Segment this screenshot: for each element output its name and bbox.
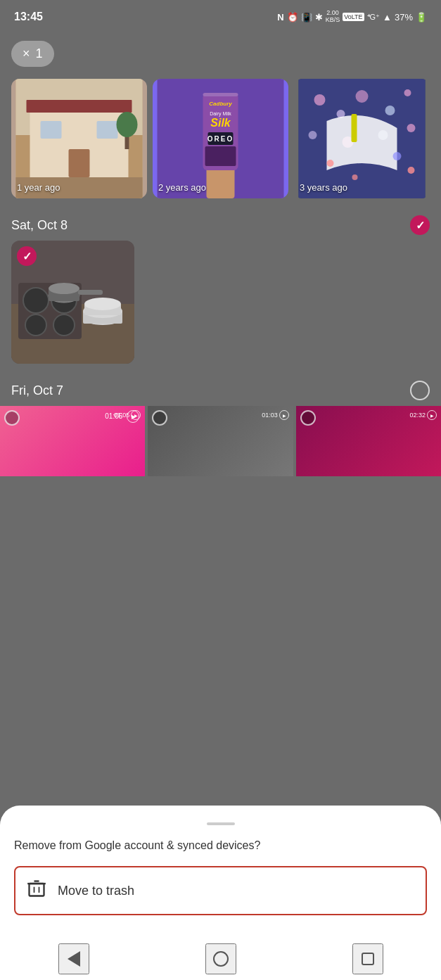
status-time: 13:45 [14, 11, 43, 23]
svg-point-47 [49, 283, 79, 294]
svg-point-43 [25, 314, 46, 336]
video-thumb-3[interactable]: 02:32 ▶ [296, 406, 441, 476]
video-1-select[interactable] [4, 410, 20, 426]
svg-rect-21 [205, 146, 236, 166]
sat-oct8-date: Sat, Oct 8 [11, 218, 68, 233]
video-row: 01:05 01:05 ▶ 01:03 ▶ 02:32 ▶ [0, 406, 441, 476]
close-selection-button[interactable]: × 1 [11, 41, 54, 67]
fri-oct7-header: Fri, Oct 7 [0, 369, 441, 406]
dialog-handle [14, 822, 427, 825]
svg-point-44 [53, 314, 75, 336]
vibrate-icon: 📳 [301, 12, 312, 23]
data-speed: 2.00KB/S [326, 10, 340, 24]
confirm-dialog: Remove from Google account & synced devi… [0, 806, 441, 938]
move-to-trash-button[interactable]: Move to trash [14, 866, 427, 915]
fri-oct7-select[interactable] [410, 381, 430, 400]
svg-point-9 [117, 112, 138, 137]
selection-count: 1 [36, 46, 43, 61]
close-icon: × [23, 46, 30, 61]
back-icon [68, 951, 80, 967]
trash-icon [27, 879, 46, 903]
memory-label-3: 3 years ago [300, 182, 347, 193]
alarm-icon: ⏰ [287, 12, 298, 23]
notification-icon: N [277, 12, 283, 23]
memory-photo-1[interactable]: 1 year ago [11, 79, 147, 198]
status-bar: 13:45 N ⏰ 📳 ✱ 2.00KB/S VoLTE ⁴G⁺ ▲ 37% 🔋 [0, 0, 441, 34]
memory-photo-3[interactable]: 3 years ago [294, 79, 430, 198]
svg-point-52 [84, 298, 121, 310]
svg-text:Silk: Silk [210, 117, 231, 129]
svg-text:OREO: OREO [207, 135, 234, 143]
svg-point-41 [23, 288, 49, 313]
network-icon: ⁴G⁺ [367, 13, 381, 22]
svg-point-37 [408, 167, 415, 174]
video-3-duration-label: 02:32 [409, 412, 426, 419]
svg-point-29 [309, 131, 317, 139]
status-icons: N ⏰ 📳 ✱ 2.00KB/S VoLTE ⁴G⁺ ▲ 37% 🔋 [277, 10, 427, 24]
confirm-question: Remove from Google account & synced devi… [14, 839, 427, 852]
svg-rect-5 [41, 121, 62, 139]
volte-icon: VoLTE [343, 13, 364, 21]
back-button[interactable] [58, 943, 89, 974]
svg-rect-70 [30, 884, 44, 896]
svg-point-36 [393, 152, 402, 160]
fri-oct7-date: Fri, Oct 7 [11, 383, 63, 398]
home-icon [213, 951, 229, 967]
battery-percent: 37% [395, 12, 413, 23]
svg-point-34 [327, 160, 334, 167]
svg-rect-7 [69, 149, 90, 177]
photo-selected-check [17, 246, 37, 266]
signal-icon: ▲ [383, 12, 392, 23]
sat-oct8-header: Sat, Oct 8 [0, 204, 441, 241]
sat-oct8-select[interactable] [410, 215, 430, 235]
svg-point-32 [407, 124, 416, 132]
svg-text:Dairy Milk: Dairy Milk [210, 111, 231, 117]
move-to-trash-label: Move to trash [58, 884, 134, 898]
recents-icon [362, 953, 374, 965]
kitchen-photo[interactable] [11, 241, 134, 364]
memory-label-1: 1 year ago [17, 182, 60, 193]
sat-oct8-photos [0, 241, 441, 369]
svg-point-28 [404, 89, 411, 96]
home-button[interactable] [205, 943, 236, 974]
recents-button[interactable] [352, 943, 383, 974]
content-spacer [0, 476, 441, 596]
bluetooth-icon: ✱ [315, 12, 323, 23]
video-3-play-btn: ▶ [427, 410, 437, 420]
video-thumb-1[interactable]: 01:05 01:05 ▶ [0, 406, 145, 476]
svg-point-35 [352, 174, 358, 180]
svg-rect-4 [27, 100, 132, 113]
video-thumb-2[interactable]: 01:03 ▶ [148, 406, 293, 476]
svg-point-26 [356, 90, 369, 103]
svg-rect-6 [97, 121, 118, 139]
system-nav [0, 938, 441, 980]
dialog-handle-bar [207, 822, 235, 825]
video-2-duration-label: 01:03 [262, 412, 278, 419]
video-1-play-btn: ▶ [131, 410, 141, 420]
video-3-select[interactable] [300, 410, 316, 426]
svg-text:Cadbury: Cadbury [209, 101, 232, 107]
svg-rect-33 [352, 114, 357, 142]
memories-row: 1 year ago Cadbury Dairy Milk Silk [0, 73, 441, 204]
battery-icon: 🔋 [416, 12, 427, 23]
svg-rect-53 [78, 290, 103, 295]
memory-label-2: 2 years ago [158, 182, 206, 193]
memory-photo-2[interactable]: Cadbury Dairy Milk Silk OREO 2 years ago [153, 79, 288, 198]
top-bar: × 1 [0, 34, 441, 73]
svg-point-24 [314, 94, 326, 106]
video-2-play-btn: ▶ [279, 410, 289, 420]
svg-point-27 [385, 106, 395, 115]
video-1-duration-label: 01:05 [114, 412, 130, 419]
svg-rect-14 [203, 93, 238, 96]
